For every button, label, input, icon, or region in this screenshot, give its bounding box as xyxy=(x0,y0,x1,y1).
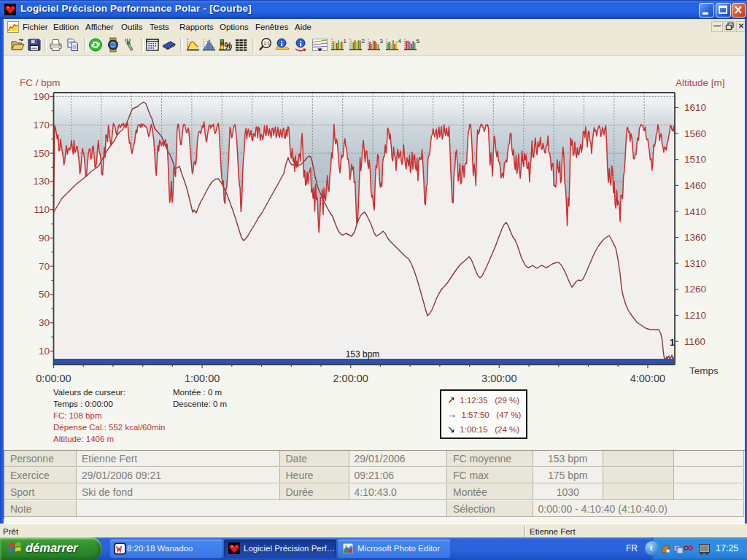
svg-text:Altitude [m]: Altitude [m] xyxy=(676,77,725,88)
svg-text:1260: 1260 xyxy=(684,284,706,295)
svg-text:1160: 1160 xyxy=(684,336,705,347)
svg-text:FC / bpm: FC / bpm xyxy=(20,77,61,88)
svg-text:2:00:00: 2:00:00 xyxy=(333,373,368,384)
svg-text:Temps: Temps xyxy=(689,365,719,376)
svg-text:130: 130 xyxy=(33,176,50,187)
svg-text:150: 150 xyxy=(33,148,50,159)
svg-text:1460: 1460 xyxy=(684,180,706,191)
svg-text:1:1: 1:1 xyxy=(263,41,270,46)
svg-text:4:00:00: 4:00:00 xyxy=(630,373,665,384)
svg-text:1510: 1510 xyxy=(684,154,706,165)
svg-text:1210: 1210 xyxy=(684,310,706,321)
svg-text:190: 190 xyxy=(33,91,50,102)
svg-text:1310: 1310 xyxy=(684,258,706,269)
svg-text:110: 110 xyxy=(34,204,50,215)
svg-text:70: 70 xyxy=(39,261,50,272)
svg-text:153 bpm: 153 bpm xyxy=(346,349,380,359)
svg-text:1: 1 xyxy=(670,338,675,348)
svg-text:30: 30 xyxy=(39,317,50,328)
svg-text:1410: 1410 xyxy=(684,206,706,217)
svg-text:%: % xyxy=(225,41,232,51)
svg-text:3:00:00: 3:00:00 xyxy=(481,373,516,384)
svg-text:90: 90 xyxy=(39,233,50,244)
svg-text:1360: 1360 xyxy=(684,232,706,243)
svg-text:0:00:00: 0:00:00 xyxy=(36,373,71,384)
svg-text:170: 170 xyxy=(33,120,50,131)
svg-text:50: 50 xyxy=(39,289,50,300)
svg-text:1610: 1610 xyxy=(684,102,706,113)
svg-text:1:00:00: 1:00:00 xyxy=(185,373,220,384)
svg-text:1560: 1560 xyxy=(684,128,706,139)
svg-text:10: 10 xyxy=(39,346,50,357)
